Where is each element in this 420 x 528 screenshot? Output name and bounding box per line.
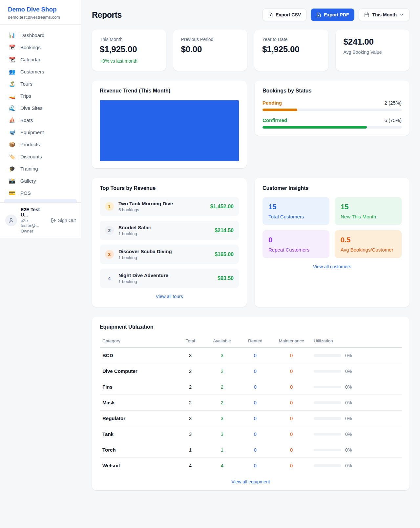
sidebar-item-gallery[interactable]: 📸 Gallery xyxy=(4,175,77,187)
sidebar-item-discounts[interactable]: 🏷️ Discounts xyxy=(4,151,77,163)
package-icon: 📦 xyxy=(9,142,16,147)
sidebar-item-customers[interactable]: 👥 Customers xyxy=(4,66,77,78)
available-cell: 3 xyxy=(205,426,239,442)
tour-row[interactable]: 3 Discover Scuba Diving 1 booking $165.0… xyxy=(100,245,239,264)
top-tours-title: Top Tours by Revenue xyxy=(100,185,239,191)
export-csv-button[interactable]: Export CSV xyxy=(262,9,306,21)
user-meta: E2E Test U... e2e-tester@... Owner xyxy=(21,207,47,234)
progress-track xyxy=(262,109,402,111)
utilization-cell: 0% xyxy=(311,363,402,379)
tour-bookings: 1 booking xyxy=(118,255,210,260)
sidebar-item-label: Boats xyxy=(20,117,33,123)
sidebar-item-reports-partial[interactable] xyxy=(4,199,77,202)
speedboat-icon: 🚤 xyxy=(9,93,16,99)
table-header-row: Category Total Available Rented Maintena… xyxy=(100,335,402,348)
insight-tile-total-customers: 15 Total Customers xyxy=(262,197,329,225)
file-download-icon xyxy=(268,12,273,17)
utilization-percent: 0% xyxy=(345,432,352,437)
utilization-cell: 0% xyxy=(311,348,402,363)
sidebar-item-training[interactable]: 🎓 Training xyxy=(4,163,77,175)
view-all-equipment-link[interactable]: View all equipment xyxy=(100,479,402,484)
tag-icon: 🏷️ xyxy=(9,154,16,159)
diving-mask-icon: 🤿 xyxy=(9,130,16,135)
rented-cell: 0 xyxy=(239,363,272,379)
table-row: Dive Computer 2 2 0 0 0% xyxy=(100,363,402,379)
sidebar-item-calendar[interactable]: 📆 Calendar xyxy=(4,53,77,66)
maintenance-cell: 0 xyxy=(272,442,311,458)
tour-bookings: 5 bookings xyxy=(118,207,206,212)
calendar-icon xyxy=(364,12,369,17)
sign-out-label: Sign Out xyxy=(58,218,76,223)
rank-badge: 3 xyxy=(105,250,114,259)
utilization-bar xyxy=(314,464,341,467)
sidebar-item-label: Dive Sites xyxy=(20,105,43,111)
sidebar-item-tours[interactable]: 🏝️ Tours xyxy=(4,78,77,90)
insight-value: 0.5 xyxy=(341,236,396,244)
stat-label: Year to Date xyxy=(262,37,321,42)
bookings-status-title: Bookings by Status xyxy=(262,88,402,94)
view-all-tours-link[interactable]: View all tours xyxy=(100,294,239,299)
utilization-percent: 0% xyxy=(345,384,352,390)
sidebar-item-pos[interactable]: 💳 POS xyxy=(4,187,77,199)
sidebar-item-equipment[interactable]: 🤿 Equipment xyxy=(4,126,77,138)
table-row: Wetsuit 4 4 0 0 0% xyxy=(100,458,402,474)
maintenance-cell: 0 xyxy=(272,363,311,379)
stat-card-avg-booking: $241.00 Avg Booking Value xyxy=(336,30,410,71)
person-icon xyxy=(8,217,14,223)
customer-insights-title: Customer Insights xyxy=(262,185,402,191)
progress-track xyxy=(262,126,402,129)
credit-card-icon: 💳 xyxy=(9,191,16,196)
period-label: This Month xyxy=(372,12,397,17)
column-header-utilization: Utilization xyxy=(311,335,402,348)
utilization-bar xyxy=(314,354,341,357)
progress-fill-pending xyxy=(262,109,297,111)
category-cell: Wetsuit xyxy=(100,458,175,474)
utilization-bar xyxy=(314,370,341,373)
stat-value: $1,925.00 xyxy=(262,44,321,54)
utilization-bar xyxy=(314,417,341,420)
utilization-cell: 0% xyxy=(311,458,402,474)
rank-badge: 1 xyxy=(105,202,114,211)
period-dropdown[interactable]: This Month xyxy=(359,9,410,21)
tour-row[interactable]: 4 Night Dive Adventure 1 booking $93.50 xyxy=(100,269,239,288)
tour-row[interactable]: 1 Two Tank Morning Dive 5 bookings $1,45… xyxy=(100,197,239,216)
user-footer: E2E Test U... e2e-tester@... Owner Sign … xyxy=(0,202,81,238)
view-all-customers-link[interactable]: View all customers xyxy=(262,264,402,269)
stat-card-this-month: This Month $1,925.00 +0% vs last month xyxy=(92,30,166,71)
table-row: Fins 2 2 0 0 0% xyxy=(100,379,402,395)
calendar-17-icon: 📅 xyxy=(9,45,16,50)
utilization-percent: 0% xyxy=(345,400,352,405)
column-header-category: Category xyxy=(100,335,175,348)
insight-tile-new-this-month: 15 New This Month xyxy=(335,197,402,225)
category-cell: Fins xyxy=(100,379,175,395)
status-value: 6 (75%) xyxy=(384,117,402,123)
utilization-cell: 0% xyxy=(311,442,402,458)
available-cell: 4 xyxy=(205,458,239,474)
user-name: E2E Test U... xyxy=(21,207,47,217)
utilization-cell: 0% xyxy=(311,411,402,426)
tour-row[interactable]: 2 Snorkel Safari 1 booking $214.50 xyxy=(100,221,239,240)
sidebar-item-bookings[interactable]: 📅 Bookings xyxy=(4,41,77,53)
sign-out-button[interactable]: Sign Out xyxy=(51,218,76,223)
rented-cell: 0 xyxy=(239,411,272,426)
sidebar-item-boats[interactable]: ⛵ Boats xyxy=(4,114,77,126)
export-pdf-button[interactable]: Export PDF xyxy=(311,9,354,21)
shop-domain: demo.test.divestreams.com xyxy=(8,15,73,20)
stat-label: Avg Booking Value xyxy=(344,50,402,55)
sidebar-item-products[interactable]: 📦 Products xyxy=(4,138,77,151)
sidebar-item-dashboard[interactable]: 📊 Dashboard xyxy=(4,29,77,41)
status-label: Confirmed xyxy=(262,117,287,123)
progress-fill-confirmed xyxy=(262,126,367,129)
equipment-utilization-card: Equipment Utilization Category Total Ava… xyxy=(92,317,410,490)
island-icon: 🏝️ xyxy=(9,81,16,87)
sidebar-item-trips[interactable]: 🚤 Trips xyxy=(4,90,77,102)
utilization-cell: 0% xyxy=(311,395,402,411)
chevron-down-icon xyxy=(399,12,404,17)
sidebar-item-dive-sites[interactable]: 🌊 Dive Sites xyxy=(4,102,77,114)
tour-list: 1 Two Tank Morning Dive 5 bookings $1,45… xyxy=(100,197,239,288)
insight-tile-repeat-customers: 0 Repeat Customers xyxy=(262,230,329,258)
status-row-confirmed: Confirmed 6 (75%) xyxy=(262,117,402,129)
revenue-trend-chart xyxy=(100,100,239,161)
utilization-percent: 0% xyxy=(345,369,352,374)
insight-tile-avg-bookings: 0.5 Avg Bookings/Customer xyxy=(335,230,402,258)
